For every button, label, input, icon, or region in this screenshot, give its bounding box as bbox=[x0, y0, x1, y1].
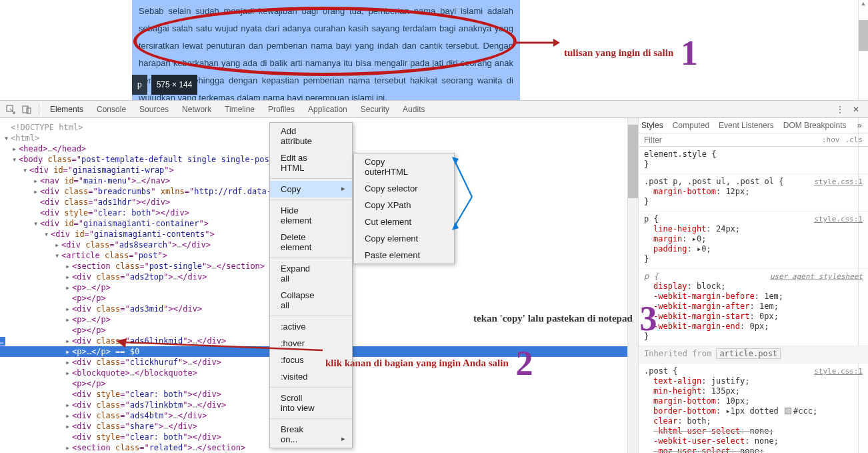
styles-tab-dom-breakpoints[interactable]: DOM Breakpoints bbox=[783, 118, 847, 133]
css-rule[interactable]: user agent stylesheetp {display: block;-… bbox=[639, 269, 868, 346]
menu-item-copy[interactable]: Copy bbox=[270, 181, 352, 197]
menu-separator bbox=[270, 387, 352, 388]
menu-item-copy-outerhtml[interactable]: Copy outerHTML bbox=[354, 153, 454, 180]
page-preview: Sebab selain sudah menjadi kewajiban bag… bbox=[0, 0, 868, 100]
menu-item-cut-element[interactable]: Cut element bbox=[354, 213, 454, 230]
annotation-3-number: 3 bbox=[640, 299, 657, 338]
menu-item-edit-as-html[interactable]: Edit as HTML bbox=[270, 149, 352, 176]
tab-timeline[interactable]: Timeline bbox=[218, 101, 261, 118]
more-icon[interactable]: ⋮ bbox=[833, 103, 847, 116]
menu-item-delete-element[interactable]: Delete element bbox=[270, 229, 352, 256]
scroll-thumb[interactable] bbox=[859, 20, 868, 51]
annotation-1: tulisan yang ingin di salin 1 bbox=[564, 33, 698, 73]
menu-separator bbox=[270, 316, 352, 316]
inherited-header: Inherited from article.post bbox=[639, 346, 868, 364]
styles-tab-styles[interactable]: Styles bbox=[641, 118, 663, 133]
scroll-up-icon[interactable]: ▲ bbox=[859, 0, 868, 7]
menu-item-collapse-all[interactable]: Collapse all bbox=[270, 287, 352, 314]
more-tabs-icon[interactable]: » bbox=[857, 120, 861, 130]
tab-security[interactable]: Security bbox=[354, 101, 396, 118]
annotation-2-text: klik kanan di bagian yang ingin Anda sal… bbox=[325, 357, 509, 370]
tree-scrollbar[interactable] bbox=[627, 118, 638, 453]
devtools-panels: … <!DOCTYPE html>▾<html>▸<head>…</head>▾… bbox=[0, 118, 868, 453]
menu-item-expand-all[interactable]: Expand all bbox=[270, 260, 352, 287]
styles-filter-row: :hov .cls bbox=[639, 133, 868, 147]
css-rule[interactable]: style.css:1p {line-height: 24px;margin: … bbox=[639, 211, 868, 269]
svg-rect-3 bbox=[23, 106, 28, 113]
close-icon[interactable]: ✕ bbox=[849, 103, 863, 116]
tab-elements[interactable]: Elements bbox=[43, 101, 90, 119]
menu-item-hide-element[interactable]: Hide element bbox=[270, 202, 352, 229]
tab-application[interactable]: Application bbox=[301, 101, 354, 118]
rules-list: element.style {}style.css:1.post p, .pos… bbox=[639, 147, 868, 453]
styles-tabs: StylesComputedEvent ListenersDOM Breakpo… bbox=[639, 118, 868, 133]
tab-audits[interactable]: Audits bbox=[396, 101, 431, 118]
menu-separator bbox=[270, 258, 352, 258]
line-marker: … bbox=[0, 337, 5, 346]
annotation-3: tekan 'copy' lalu pastekan di notepad 3 bbox=[473, 299, 657, 338]
styles-filter-input[interactable] bbox=[644, 135, 822, 145]
badge-dimensions: 575 × 144 bbox=[151, 75, 198, 95]
inspect-icon[interactable] bbox=[4, 103, 17, 116]
devtools-tabbar: ElementsConsoleSourcesNetworkTimelinePro… bbox=[0, 100, 868, 118]
device-toggle-icon[interactable] bbox=[20, 103, 33, 116]
hov-toggle[interactable]: :hov bbox=[822, 135, 840, 144]
annotation-2: klik kanan di bagian yang ingin Anda sal… bbox=[325, 344, 533, 383]
tab-console[interactable]: Console bbox=[90, 101, 133, 118]
styles-pane: StylesComputedEvent ListenersDOM Breakpo… bbox=[638, 118, 868, 453]
menu-separator bbox=[270, 418, 352, 419]
css-rule[interactable]: element.style {} bbox=[639, 147, 868, 174]
element-dimension-badge: p 575 × 144 bbox=[132, 75, 197, 95]
menu-item-paste-element[interactable]: Paste element bbox=[354, 247, 454, 264]
menu-item-copy-selector[interactable]: Copy selector bbox=[354, 180, 454, 197]
menu-item--active[interactable]: :active bbox=[270, 318, 352, 335]
divider bbox=[39, 103, 39, 115]
annotation-1-text: tulisan yang ingin di salin bbox=[564, 47, 673, 59]
preview-gutter bbox=[0, 0, 132, 100]
menu-item-copy-element[interactable]: Copy element bbox=[354, 230, 454, 247]
highlighted-paragraph[interactable]: Sebab selain sudah menjadi kewajiban bag… bbox=[132, 0, 520, 100]
styles-tab-event-listeners[interactable]: Event Listeners bbox=[719, 118, 774, 133]
styles-tab-computed[interactable]: Computed bbox=[673, 118, 709, 133]
tab-profiles[interactable]: Profiles bbox=[261, 101, 301, 118]
menu-item-break-on-[interactable]: Break on... bbox=[270, 421, 352, 448]
css-rule[interactable]: style.css:1.post p, .post ul, .post ol {… bbox=[639, 174, 868, 211]
cls-toggle[interactable]: .cls bbox=[845, 135, 863, 144]
menu-item-scroll-into-view[interactable]: Scroll into view bbox=[270, 390, 352, 416]
tab-sources[interactable]: Sources bbox=[133, 101, 175, 118]
menu-separator bbox=[270, 199, 352, 200]
tab-network[interactable]: Network bbox=[175, 101, 218, 118]
menu-item-copy-xpath[interactable]: Copy XPath bbox=[354, 197, 454, 213]
annotation-3-text: tekan 'copy' lalu pastekan di notepad bbox=[473, 312, 633, 325]
context-menu-main[interactable]: Add attributeEdit as HTMLCopyHide elemen… bbox=[269, 122, 353, 448]
tree-scroll-thumb[interactable] bbox=[628, 125, 638, 198]
menu-item-add-attribute[interactable]: Add attribute bbox=[270, 123, 352, 149]
annotation-1-number: 1 bbox=[681, 33, 698, 73]
context-menu-copy[interactable]: Copy outerHTMLCopy selectorCopy XPathCut… bbox=[353, 153, 455, 264]
menu-separator bbox=[270, 178, 352, 179]
css-rule-post[interactable]: style.css:1.post {text-align: justify;mi… bbox=[639, 364, 868, 453]
badge-tag: p bbox=[132, 75, 147, 95]
annotation-2-number: 2 bbox=[515, 344, 533, 383]
